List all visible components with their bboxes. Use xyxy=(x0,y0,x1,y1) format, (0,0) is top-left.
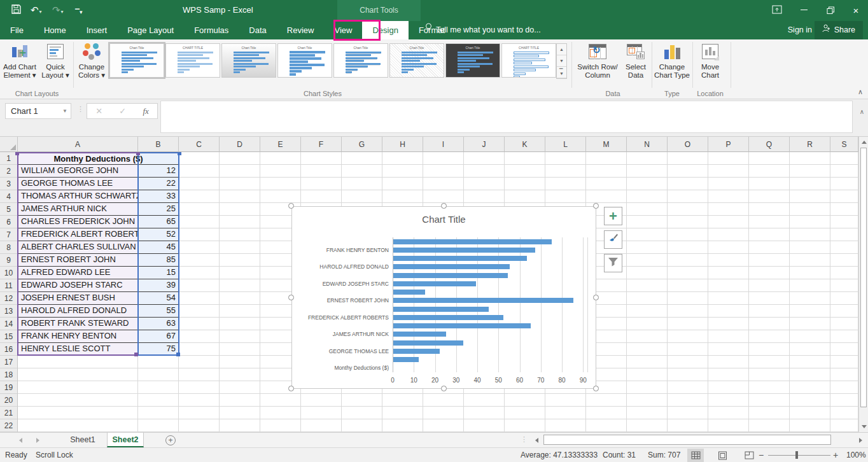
cell[interactable] xyxy=(627,318,668,330)
cell[interactable] xyxy=(749,152,790,165)
tab-file[interactable]: File xyxy=(0,21,34,39)
cell[interactable] xyxy=(708,368,749,381)
cell[interactable] xyxy=(18,356,138,368)
formula-bar-drag-handle[interactable]: ⋮ xyxy=(77,105,84,113)
undo-button[interactable]: ↶▾ xyxy=(31,4,42,18)
cell[interactable] xyxy=(627,407,668,419)
chart-style-thumbnail-1[interactable]: Chart Title xyxy=(109,43,164,78)
gallery-scroll-up-button[interactable]: ▲ xyxy=(557,44,566,55)
cell[interactable] xyxy=(749,267,790,279)
cell[interactable] xyxy=(749,228,790,241)
cell[interactable] xyxy=(627,368,668,381)
cell[interactable] xyxy=(179,343,220,356)
row-header-12[interactable]: 12 xyxy=(0,292,18,305)
gallery-scroll-down-button[interactable]: ▼ xyxy=(557,55,566,67)
cell[interactable] xyxy=(545,190,586,203)
cell[interactable] xyxy=(545,394,586,407)
switch-row-column-button[interactable]: ↻ Switch Row/ Column xyxy=(575,42,620,80)
cell[interactable] xyxy=(18,394,138,407)
cell[interactable] xyxy=(790,407,830,419)
add-chart-element-button[interactable]: + Add Chart Element ▾ xyxy=(1,42,38,80)
cell[interactable] xyxy=(179,318,220,330)
cell[interactable] xyxy=(708,394,749,407)
cell[interactable] xyxy=(627,305,668,318)
cell[interactable] xyxy=(138,407,179,419)
cell[interactable] xyxy=(708,330,749,343)
chart-selection-handle[interactable] xyxy=(288,203,294,209)
chart-elements-button[interactable]: + xyxy=(604,207,622,225)
cell[interactable] xyxy=(179,279,220,292)
cell[interactable] xyxy=(220,305,260,318)
row-header-18[interactable]: 18 xyxy=(0,368,18,381)
cell[interactable] xyxy=(179,241,220,254)
row-header-13[interactable]: 13 xyxy=(0,305,18,318)
column-header-o[interactable]: O xyxy=(668,137,708,152)
cell[interactable] xyxy=(749,394,790,407)
cell[interactable] xyxy=(220,292,260,305)
cell[interactable] xyxy=(708,318,749,330)
collapse-ribbon-icon[interactable]: ∧ xyxy=(858,88,863,96)
cell[interactable] xyxy=(790,419,830,432)
embedded-chart[interactable]: Chart Title 0102030405060708090FRANK HEN… xyxy=(291,206,596,389)
chart-bar[interactable] xyxy=(393,332,446,337)
cell[interactable] xyxy=(790,330,830,343)
cell[interactable] xyxy=(220,254,260,267)
cell[interactable] xyxy=(301,407,342,419)
vertical-scroll-thumb[interactable] xyxy=(860,148,867,407)
cell[interactable] xyxy=(708,305,749,318)
cell[interactable] xyxy=(708,152,749,165)
column-header-h[interactable]: H xyxy=(382,137,423,152)
cell[interactable] xyxy=(179,254,220,267)
cell[interactable] xyxy=(505,394,545,407)
name-box-dropdown-icon[interactable]: ▼ xyxy=(62,104,67,118)
cell[interactable] xyxy=(627,330,668,343)
cell[interactable] xyxy=(220,394,260,407)
cell[interactable] xyxy=(830,228,858,241)
row-header-9[interactable]: 9 xyxy=(0,254,18,267)
cell[interactable] xyxy=(179,203,220,216)
cell[interactable] xyxy=(179,228,220,241)
cell[interactable] xyxy=(627,356,668,368)
cell[interactable] xyxy=(260,419,301,432)
cell[interactable] xyxy=(301,190,342,203)
cell[interactable] xyxy=(138,381,179,394)
cell[interactable] xyxy=(220,165,260,178)
chart-bar[interactable] xyxy=(393,264,510,269)
column-header-j[interactable]: J xyxy=(464,137,505,152)
vertical-scrollbar[interactable] xyxy=(858,137,868,432)
cell[interactable] xyxy=(830,152,858,165)
cell[interactable] xyxy=(505,190,545,203)
zoom-slider-track[interactable] xyxy=(768,455,830,456)
chart-selection-handle[interactable] xyxy=(593,386,599,391)
column-header-b[interactable]: B xyxy=(138,137,179,152)
cell[interactable] xyxy=(220,330,260,343)
cell[interactable] xyxy=(627,381,668,394)
scroll-up-icon[interactable] xyxy=(862,141,867,144)
formula-input[interactable] xyxy=(160,101,853,133)
cell[interactable] xyxy=(627,203,668,216)
cell[interactable] xyxy=(749,279,790,292)
cell[interactable] xyxy=(790,356,830,368)
sheet-tab-sheet2[interactable]: Sheet2 xyxy=(107,433,144,447)
cell[interactable] xyxy=(668,368,708,381)
tab-formulas[interactable]: Formulas xyxy=(184,21,239,39)
change-chart-type-button[interactable]: Change Chart Type xyxy=(653,42,691,80)
cell[interactable] xyxy=(830,330,858,343)
cell[interactable] xyxy=(749,178,790,190)
chart-selection-handle[interactable] xyxy=(288,295,294,300)
new-sheet-button[interactable]: + xyxy=(165,435,176,445)
cell[interactable] xyxy=(220,203,260,216)
row-header-14[interactable]: 14 xyxy=(0,318,18,330)
row-header-7[interactable]: 7 xyxy=(0,228,18,241)
cell[interactable] xyxy=(668,254,708,267)
cell[interactable] xyxy=(260,190,301,203)
cell[interactable] xyxy=(220,216,260,228)
scroll-down-icon[interactable] xyxy=(862,425,867,428)
range-handle[interactable] xyxy=(178,152,181,155)
cell[interactable] xyxy=(138,368,179,381)
row-header-10[interactable]: 10 xyxy=(0,267,18,279)
cell[interactable] xyxy=(790,394,830,407)
cell[interactable] xyxy=(464,190,505,203)
column-header-e[interactable]: E xyxy=(260,137,301,152)
minimize-button[interactable] xyxy=(793,0,815,21)
